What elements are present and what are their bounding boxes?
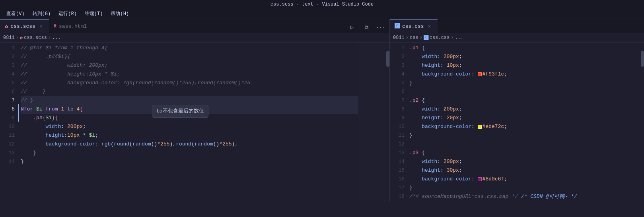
tab-sass-html[interactable]: H sass.html [49,19,97,33]
scss-icon: ✿ [5,23,8,30]
tab-close-css[interactable]: ✕ [426,23,433,29]
split-editor-button[interactable]: ⧉ [361,22,372,33]
menu-help[interactable]: 帮助(H) [107,10,132,18]
window-title: css.scss - text - Visual Studio Code [270,2,374,7]
code-line-7: // } [21,96,358,105]
editors-wrapper: ✿ css.scss ✕ H sass.html ▷ ⧉ ··· 0811 › … [0,19,644,201]
right-line-11: } [409,131,641,140]
right-bc-more: ... [455,35,463,41]
title-bar: css.scss - text - Visual Studio Code [0,0,644,9]
left-minimap [358,43,386,201]
left-tab-bar: ✿ css.scss ✕ H sass.html ▷ ⧉ ··· [0,19,389,33]
right-code-area: 1 2 3 4 5 6 7 8 9 10 11 12 13 14 15 16 1… [390,43,644,201]
breadcrumb-file: css.scss [24,35,47,41]
code-line-3: // width: 200px; [21,61,358,70]
right-line-numbers: 1 2 3 4 5 6 7 8 9 10 11 12 13 14 15 16 1… [390,43,408,201]
right-tab-bar: 🅲 css.css ✕ [390,19,644,33]
right-line-9: height : 20px ; [409,114,641,122]
right-line-16: background-color : #8d0c6f ; [409,175,641,184]
run-button[interactable]: ▷ [346,22,358,33]
menu-terminal[interactable]: 终端(T) [82,10,106,18]
left-code-lines[interactable]: // @for $i from 1 through 4{ // .p#{$i}{… [19,43,358,201]
tab-label-html: sass.html [59,23,87,29]
right-line-17: } [409,184,641,192]
color-swatch-p3[interactable] [478,177,482,181]
right-bc-css: css [410,35,418,41]
right-scrollbar[interactable] [641,43,644,201]
right-line-10: background-color : #ede72c ; [409,122,641,131]
right-line-3: height : 10px ; [409,61,641,70]
code-line-5: // background-color: rgb(round(random()*… [21,79,358,87]
code-line-11: height : 10px * $i ; [21,131,358,140]
right-line-4: background-color : #f93f1c ; [409,70,641,79]
right-line-13: .p3 { [409,149,641,157]
color-swatch-p2[interactable] [478,125,482,129]
left-code-area: 1 2 3 4 5 6 7 8 9 10 11 12 13 14 [0,43,389,201]
color-swatch-p1[interactable] [478,72,482,76]
right-line-18: /*# sourceMappingURL=css.css.map */ /* C… [409,192,641,201]
right-line-2: width : 200px ; [409,52,641,61]
left-editor-pane: ✿ css.scss ✕ H sass.html ▷ ⧉ ··· 0811 › … [0,19,389,201]
right-code-lines[interactable]: .p1 { width : 200px ; height : 10 [408,43,641,201]
breadcrumb-scss-icon: ✿ [20,35,23,41]
code-line-8: @for $i from 1 to 4 { to不包含最后的数值 [21,105,358,114]
tooltip-bubble: to不包含最后的数值 [152,105,208,118]
tab-css-scss[interactable]: ✿ css.scss ✕ [0,19,49,33]
tooltip-text: to不包含最后的数值 [156,108,204,114]
right-line-7: .p2 { [409,96,641,105]
breadcrumb-more: ... [52,35,61,41]
left-scrollbar-thumb[interactable] [386,51,389,67]
css-icon: 🅲 [395,23,400,29]
code-line-12: background-color : rgb ( round ( random … [21,140,358,149]
right-editor-pane: 🅲 css.css ✕ 0811 › css › 🅲 css.css › ...… [389,19,644,201]
left-line-numbers: 1 2 3 4 5 6 7 8 9 10 11 12 13 14 [0,43,18,201]
code-line-14: } [21,157,358,166]
code-line-2: // .p#{$i}{ [21,52,358,61]
code-line-1: // @for $i from 1 through 4{ [21,44,358,52]
right-bc-file: css.css [430,35,449,41]
menu-bar: 查看(V) 转到(G) 运行(R) 终端(T) 帮助(H) [0,9,644,19]
left-scrollbar[interactable] [386,43,389,201]
menu-goto[interactable]: 转到(G) [29,10,54,18]
right-bc-0811: 0811 [390,35,405,41]
breadcrumb-0811: 0811 [0,35,15,41]
right-line-1: .p1 { [409,44,641,52]
left-toolbar-right: ▷ ⧉ ··· [346,22,389,33]
right-line-14: width : 200px ; [409,157,641,166]
tab-close-scss[interactable]: ✕ [38,23,44,29]
right-scrollbar-thumb[interactable] [641,51,644,67]
html-icon: H [54,23,56,29]
right-line-12 [409,140,641,149]
tab-css-css[interactable]: 🅲 css.css ✕ [390,19,438,33]
right-line-15: height : 30px ; [409,166,641,175]
code-line-10: width : 200px ; [21,122,358,131]
right-line-6 [409,87,641,96]
right-line-5: } [409,79,641,87]
code-line-6: // } [21,87,358,96]
menu-run[interactable]: 运行(R) [55,10,80,18]
right-line-8: width : 200px ; [409,105,641,114]
more-actions-button[interactable]: ··· [375,22,386,33]
code-line-4: // height:10px * $i; [21,70,358,79]
left-breadcrumb: 0811 › ✿ css.scss › ... [0,33,389,43]
code-line-13: } [21,149,358,157]
tab-label-scss: css.scss [10,23,35,29]
menu-view[interactable]: 查看(V) [3,10,28,18]
right-breadcrumb: 0811 › css › 🅲 css.css › ... [390,33,644,43]
right-bc-css-icon: 🅲 [424,35,428,41]
tab-label-css: css.css [402,23,424,29]
